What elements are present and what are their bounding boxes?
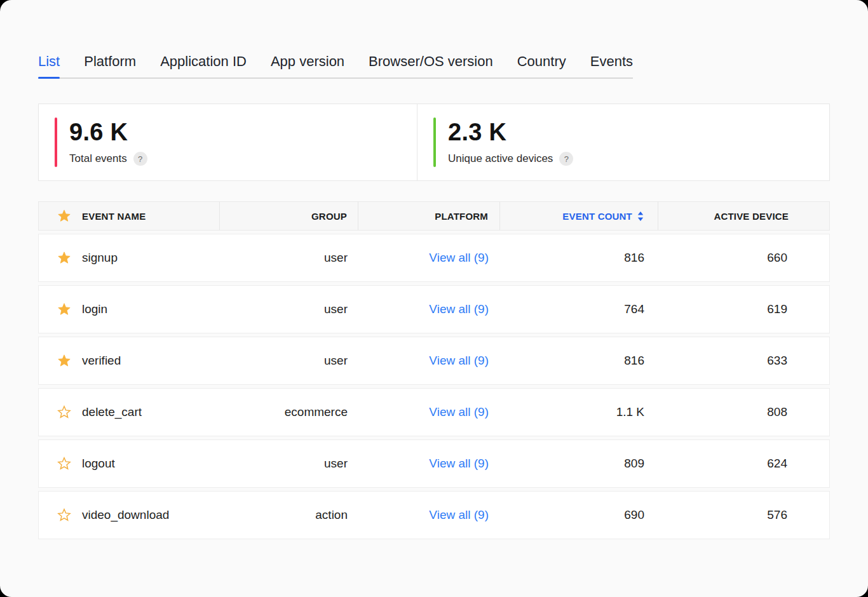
event-count-value: 764 <box>624 302 644 316</box>
active-device-value: 624 <box>767 457 787 471</box>
tab-list[interactable]: List <box>38 53 60 70</box>
table-row: signup user View all (9) 816 660 <box>38 234 830 282</box>
event-count-value: 816 <box>624 354 644 368</box>
event-name: verified <box>82 354 121 368</box>
event-name: signup <box>82 251 118 265</box>
active-device-value: 576 <box>767 508 787 522</box>
help-icon[interactable]: ? <box>559 152 573 166</box>
col-active-device: ACTIVE DEVICE <box>658 202 829 230</box>
favorite-toggle[interactable] <box>57 405 72 420</box>
total-events-label: Total events <box>69 152 127 165</box>
favorite-toggle[interactable] <box>57 507 72 523</box>
view-all-link[interactable]: View all (9) <box>429 508 489 522</box>
star-icon <box>57 354 71 368</box>
tab-application-id[interactable]: Application ID <box>160 53 247 70</box>
active-device-value: 633 <box>767 354 787 368</box>
table-row: verified user View all (9) 816 633 <box>38 337 830 385</box>
tab-country[interactable]: Country <box>517 53 566 70</box>
view-all-link[interactable]: View all (9) <box>429 457 489 471</box>
help-icon[interactable]: ? <box>133 152 147 166</box>
event-count-value: 690 <box>624 508 644 522</box>
star-icon <box>57 209 71 223</box>
group-value: user <box>324 354 348 368</box>
event-name: logout <box>82 457 115 471</box>
star-icon <box>57 508 71 522</box>
favorite-toggle[interactable] <box>57 456 72 471</box>
active-device-value: 660 <box>767 251 787 265</box>
group-value: ecommerce <box>285 405 348 419</box>
group-value: action <box>315 508 348 522</box>
col-event-count-sortable[interactable]: EVENT COUNT <box>500 202 658 230</box>
event-name: delete_cart <box>82 405 142 419</box>
green-accent-bar <box>433 117 436 167</box>
star-icon <box>57 405 71 419</box>
favorite-toggle[interactable] <box>57 353 72 368</box>
sort-icon <box>637 211 644 221</box>
red-accent-bar <box>55 117 57 167</box>
events-table-header: EVENT NAME GROUP PLATFORM EVENT COUNT AC… <box>38 201 830 231</box>
table-row: login user View all (9) 764 619 <box>38 285 830 333</box>
tab-browser-os-version[interactable]: Browser/OS version <box>369 53 493 70</box>
event-count-value: 816 <box>624 251 644 265</box>
favorite-toggle[interactable] <box>57 302 72 317</box>
group-value: user <box>324 457 348 471</box>
active-device-value: 808 <box>767 405 787 419</box>
star-icon <box>57 457 71 471</box>
summary-cards: 9.6 K Total events ? 2.3 K Unique active… <box>38 104 830 181</box>
view-all-link[interactable]: View all (9) <box>429 302 489 316</box>
col-event-name: EVENT NAME <box>82 211 146 222</box>
favorite-toggle[interactable] <box>57 250 72 265</box>
group-value: user <box>324 251 348 265</box>
active-device-value: 619 <box>767 302 787 316</box>
table-row: video_download action View all (9) 690 5… <box>38 491 830 539</box>
total-events-value: 9.6 K <box>69 119 147 146</box>
events-table: EVENT NAME GROUP PLATFORM EVENT COUNT AC… <box>38 201 830 539</box>
favorite-filter-icon[interactable] <box>57 208 72 224</box>
tab-events[interactable]: Events <box>590 53 633 70</box>
group-value: user <box>324 302 348 316</box>
analytics-page: ListPlatformApplication IDApp versionBro… <box>0 0 868 597</box>
tab-app-version[interactable]: App version <box>271 53 344 70</box>
col-group: GROUP <box>220 202 358 230</box>
unique-devices-label: Unique active devices <box>448 152 553 165</box>
tab-platform[interactable]: Platform <box>84 53 136 70</box>
star-icon <box>57 302 71 316</box>
table-row: logout user View all (9) 809 624 <box>38 439 830 488</box>
view-all-link[interactable]: View all (9) <box>429 354 489 368</box>
event-name: video_download <box>82 508 169 522</box>
table-row: delete_cart ecommerce View all (9) 1.1 K… <box>38 388 830 436</box>
breakdown-tabs: ListPlatformApplication IDApp versionBro… <box>38 53 633 79</box>
col-event-count-label: EVENT COUNT <box>562 211 632 222</box>
star-icon <box>57 251 71 265</box>
event-count-value: 1.1 K <box>616 405 644 419</box>
col-platform: PLATFORM <box>358 202 500 230</box>
unique-active-devices-card: 2.3 K Unique active devices ? <box>417 104 830 181</box>
event-name: login <box>82 302 107 316</box>
view-all-link[interactable]: View all (9) <box>429 251 489 265</box>
total-events-card: 9.6 K Total events ? <box>38 104 417 181</box>
event-count-value: 809 <box>624 457 644 471</box>
view-all-link[interactable]: View all (9) <box>429 405 489 419</box>
events-table-body: signup user View all (9) 816 660 login u… <box>38 234 830 539</box>
unique-devices-value: 2.3 K <box>448 119 573 146</box>
